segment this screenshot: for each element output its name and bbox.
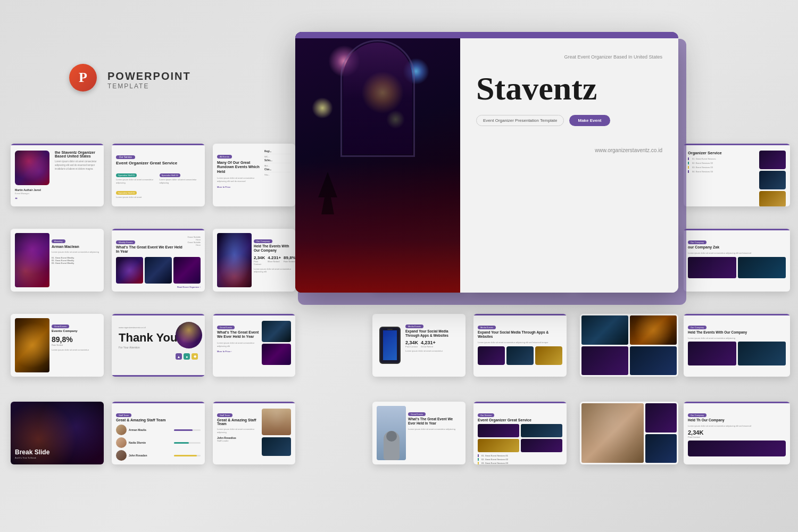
slide-r2-3-title: Held The Events With Our Company [254, 244, 295, 253]
slide-r4-4-layout: Great Events What's The Great Event We E… [377, 406, 461, 460]
social-stat-1: 2,34K Past Contact [405, 340, 418, 348]
ev-img-1 [262, 321, 291, 342]
slide-r1-2-tag: Our Service [116, 155, 135, 159]
staff-info-1: Arman Maulia [129, 428, 146, 431]
collage-main-ov [581, 403, 644, 463]
slide-r1-1[interactable]: Martin Authair Jarod Event Manager ❝ the… [11, 144, 104, 206]
co-stat-1: 2,34K Past Contact [688, 429, 703, 438]
slide-r1-4-title: Organizer Service [688, 151, 757, 155]
co-img-1 [688, 257, 736, 278]
slide-r4-3[interactable]: Staff Team Great & Amazing Staff Team Lo… [213, 402, 295, 464]
slide-r4-1-bg: Break Slide And It's Time To Break [11, 402, 104, 464]
slide-r3-7-inner: Our Company Held The Events With Our Com… [684, 314, 790, 377]
event-img-1-ov [116, 257, 143, 284]
slide-r3-4[interactable]: Media Events Expand Your Social Media Th… [372, 314, 466, 377]
slide-r3-5[interactable]: Media Events Expand Your Social Media Th… [473, 314, 567, 377]
slide-r2-1[interactable]: Amazing Arman Maclean Lorem ipsum dolor … [11, 229, 104, 292]
hero-top-bar [295, 32, 678, 37]
schedule-time-3: Sho... [264, 173, 291, 176]
slide-r1-3-tag: All Events [217, 155, 232, 159]
slide-r3-1-inner: Great Events Events Company 89,8% Rate N… [11, 314, 104, 377]
slide-r3-3-layout: Great Events What's The Great Event We E… [217, 321, 291, 365]
social-img-1 [478, 346, 505, 365]
slide-r3-7[interactable]: Our Company Held The Events With Our Com… [684, 314, 790, 377]
slide-r4-7-content: Our Company Held Th Our Company Lorem ip… [688, 409, 786, 456]
slide-r1-2-topbar [112, 144, 205, 145]
slide-r1-4[interactable]: Organizer Service 01. Great Event Servic… [684, 144, 790, 206]
slide-r3-3[interactable]: Great Events What's The Great Event We E… [213, 314, 295, 377]
slide-r4-7[interactable]: Our Company Held Th Our Company Lorem ip… [684, 402, 790, 464]
slide-r2-7[interactable]: Our Company our Company Zak Lorem ipsum … [684, 229, 790, 292]
slide-r4-3-topbar [213, 402, 295, 403]
social-stat-2-label: Great Netted [421, 345, 436, 348]
slide-r3-3-inner: Great Events What's The Great Event We E… [213, 314, 295, 377]
hero-tagline: Great Event Organizer Based In United St… [476, 54, 662, 60]
slide-r2-1-img-overlay [15, 233, 49, 287]
svc-labels: 01. Great Event Services 01 02. Great Ev… [478, 454, 562, 464]
service-grid [478, 424, 562, 452]
prog-bg-1 [174, 429, 201, 431]
slide-r4-5[interactable]: Our Service Event Organizer Great Servic… [473, 402, 567, 464]
slide-r4-7-inner: Our Company Held Th Our Company Lorem ip… [684, 402, 790, 464]
slide-r3-4-body: Lorem ipsum dolor sit amet consectetur [405, 350, 461, 353]
slide-r4-4-img-ov [377, 406, 406, 460]
social-icon-3: ◆ [192, 353, 198, 360]
slide-r4-7-tag: Our Company [688, 413, 706, 417]
slide-r2-7-content: Our Company our Company Zak Lorem ipsum … [688, 236, 786, 278]
social-icon-3-glyph: ◆ [194, 354, 196, 359]
photo-grid-2 [630, 315, 677, 345]
service-text-3: Lorem ipsum dolor sit amet [116, 196, 201, 198]
slide-r2-2-cta[interactable]: Read Event Organizer › [116, 286, 201, 288]
staff-avatar-1 [116, 425, 127, 435]
staff-list: Arman Maulia Nadia Sfarnie [116, 425, 201, 461]
slide-r2-7-imgs [688, 257, 786, 278]
hero-slide[interactable]: Great Event Organizer Based In United St… [295, 32, 678, 293]
slide-r2-2[interactable]: Weekly Events What's The Great Event We … [112, 229, 205, 292]
schedule-list: Regi... WC... Scho... Mul... Clas... Sho… [264, 150, 291, 176]
slide-r2-7-tag: Our Company [688, 240, 706, 244]
slide-r1-1-layout: Martin Authair Jarod Event Manager ❝ the… [15, 151, 99, 205]
event-img-2 [145, 257, 172, 284]
collage-top-right [645, 403, 677, 433]
slide-r4-6[interactable] [580, 402, 678, 464]
slide-r1-4-inner: Organizer Service 01. Great Event Servic… [684, 144, 790, 206]
service-rows: 01. Great Event Services 02. Event Servi… [688, 157, 757, 173]
slide-r3-6[interactable] [580, 314, 678, 377]
slide-r1-1-img [15, 151, 49, 185]
hero-cta-button[interactable]: Make Event [569, 115, 610, 126]
slide-r4-7-img [688, 440, 786, 456]
schedule-time-2: Mul... [264, 164, 291, 167]
service-text-2: Lorem ipsum dolor sit amet consectetur a… [160, 178, 201, 184]
staff-progress-1 [174, 429, 201, 431]
slide-r4-4[interactable]: Great Events What's The Great Event We E… [372, 402, 466, 464]
slide-r4-2[interactable]: Staff Team Great & Amazing Staff Team Ar… [112, 402, 205, 464]
slide-r4-3-imgs [262, 409, 291, 456]
slide-r1-4-imgs [759, 151, 786, 206]
slide-r3-2-social: ▲ ● ◆ [119, 353, 198, 360]
slide-r2-7-body: Lorem ipsum dolor sit amet consectetur a… [688, 252, 786, 255]
slide-r1-3-layout: All Events Many Of Our Great Rundown Eve… [217, 148, 291, 202]
service-row-3: 03. Event Services 03 [688, 166, 757, 169]
slide-r4-1[interactable]: Break Slide And It's Time To Break [11, 402, 104, 464]
slide-r4-3-inner: Staff Team Great & Amazing Staff Team Lo… [213, 402, 295, 464]
slide-r2-2-title-group: Weekly Events What's The Great Event We … [116, 236, 185, 254]
staff-member-2: Nadia Sfarnie [116, 437, 201, 448]
slide-r1-2[interactable]: Our Service Event Organizer Great Servic… [112, 144, 205, 206]
co-stat-1-label: Past Contact [688, 436, 703, 438]
slide-r2-2-imgs [116, 257, 201, 284]
staff-name-3: John Rosadan [129, 454, 147, 457]
slide-r2-2-content: Weekly Events What's The Great Event We … [116, 236, 201, 288]
slide-r1-3[interactable]: All Events Many Of Our Great Rundown Eve… [213, 144, 295, 206]
social-stat-2: 4,231+ Great Netted [421, 340, 436, 348]
staff-member-1: Arman Maulia [116, 425, 201, 435]
arch-overlay [343, 43, 412, 154]
slide-r3-2[interactable]: www.organizerstaventz.co.id Thank You Fo… [112, 314, 205, 377]
slide-r3-1[interactable]: Great Events Events Company 89,8% Rate N… [11, 314, 104, 377]
slide-r3-3-link[interactable]: More In Price › [217, 350, 259, 353]
slide-r1-1-role: Event Manager [15, 192, 52, 195]
slide-r2-3[interactable]: Our Company Held The Events With Our Com… [213, 229, 295, 292]
slide-r1-4-text: Organizer Service 01. Great Event Servic… [688, 151, 757, 206]
slide-r4-5-content: Our Service Event Organizer Great Servic… [478, 409, 562, 464]
slide-r1-3-link[interactable]: More In Price [217, 186, 262, 188]
person-photo-1 [262, 409, 291, 435]
